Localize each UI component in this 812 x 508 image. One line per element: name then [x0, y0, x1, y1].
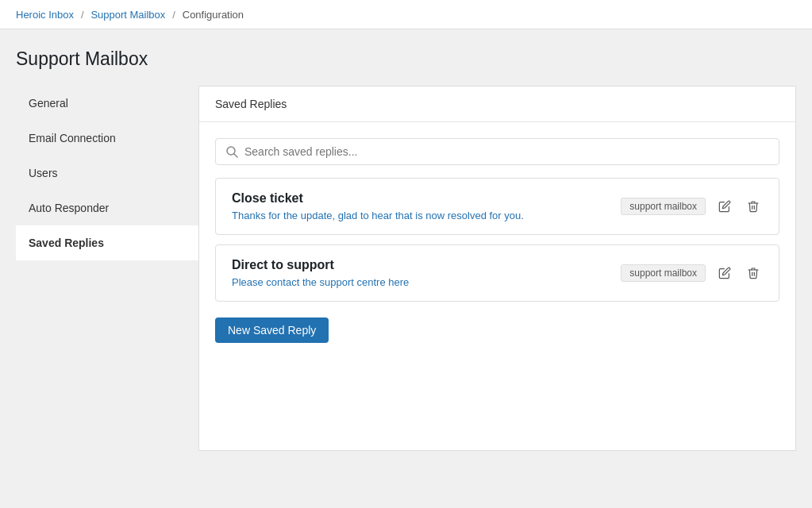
layout: General Email Connection Users Auto Resp… — [16, 86, 796, 451]
reply-body-close-ticket: Thanks for the update, glad to hear that… — [232, 210, 621, 221]
sidebar-item-saved-replies[interactable]: Saved Replies — [16, 225, 198, 260]
edit-button-close-ticket[interactable] — [715, 197, 734, 216]
new-saved-reply-button[interactable]: New Saved Reply — [215, 318, 329, 343]
search-input[interactable] — [244, 145, 769, 158]
reply-body-direct-to-support: Please contact the support centre here — [232, 276, 621, 288]
search-icon — [225, 145, 238, 158]
reply-card-direct-to-support: Direct to support Please contact the sup… — [215, 244, 779, 302]
reply-tag-direct-to-support: support mailbox — [621, 264, 706, 282]
breadcrumb-sep-2: / — [172, 9, 175, 21]
content-body: Close ticket Thanks for the update, glad… — [199, 122, 795, 359]
reply-actions-close-ticket: support mailbox — [621, 197, 763, 216]
section-title: Saved Replies — [215, 98, 287, 110]
sidebar-item-users[interactable]: Users — [16, 156, 198, 190]
breadcrumb-bar: Heroic Inbox / Support Mailbox / Configu… — [0, 0, 812, 29]
reply-title-close-ticket: Close ticket — [232, 191, 621, 206]
delete-button-direct-to-support[interactable] — [744, 264, 763, 283]
delete-button-close-ticket[interactable] — [744, 197, 763, 216]
edit-button-direct-to-support[interactable] — [715, 264, 734, 283]
sidebar-item-auto-responder[interactable]: Auto Responder — [16, 190, 198, 225]
reply-tag-close-ticket: support mailbox — [621, 198, 706, 215]
sidebar-item-email-connection[interactable]: Email Connection — [16, 121, 198, 156]
svg-line-1 — [234, 154, 237, 157]
breadcrumb-mailbox-link[interactable]: Support Mailbox — [90, 9, 165, 21]
reply-actions-direct-to-support: support mailbox — [621, 264, 763, 283]
reply-card-close-ticket: Close ticket Thanks for the update, glad… — [215, 178, 779, 235]
breadcrumb-sep-1: / — [81, 9, 84, 21]
section-header: Saved Replies — [199, 87, 795, 122]
main-content: Saved Replies Close ticket Thanks for th… — [198, 86, 796, 451]
search-bar — [215, 138, 779, 165]
reply-title-direct-to-support: Direct to support — [232, 258, 621, 272]
page-title: Support Mailbox — [16, 48, 796, 70]
reply-info-direct-to-support: Direct to support Please contact the sup… — [232, 258, 621, 288]
sidebar: General Email Connection Users Auto Resp… — [16, 86, 198, 451]
breadcrumb-current: Configuration — [183, 9, 244, 21]
breadcrumb-home-link[interactable]: Heroic Inbox — [16, 9, 74, 21]
page-container: Support Mailbox General Email Connection… — [0, 29, 812, 470]
reply-info-close-ticket: Close ticket Thanks for the update, glad… — [232, 191, 621, 221]
sidebar-item-general[interactable]: General — [16, 86, 198, 121]
